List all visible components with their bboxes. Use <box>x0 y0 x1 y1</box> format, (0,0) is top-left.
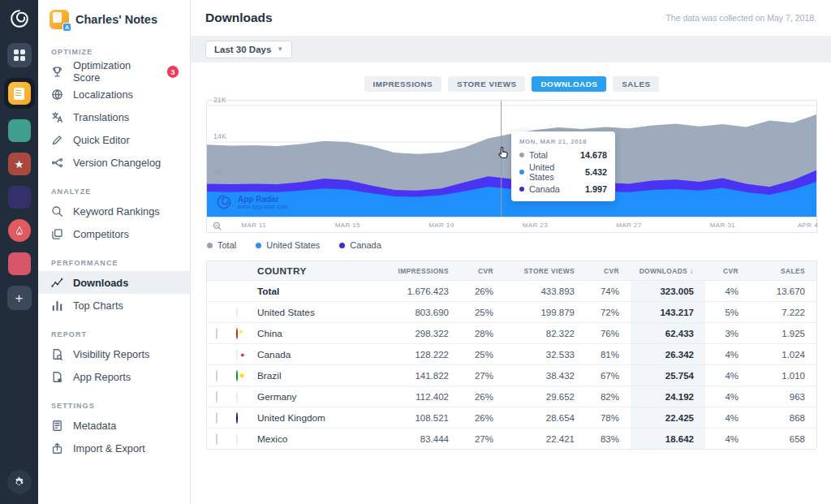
column-header-cvr[interactable]: CVR <box>460 267 505 275</box>
app-icon-notes-active[interactable] <box>4 78 35 109</box>
competitors-icon <box>51 228 63 240</box>
y-axis-label: 7K <box>213 169 222 177</box>
column-header-cvr[interactable]: CVR <box>705 267 750 275</box>
downloads-value: 25.754 <box>631 365 705 386</box>
add-app-button[interactable]: + <box>7 286 32 310</box>
legend-item-canada[interactable]: Canada <box>339 240 381 250</box>
tab-sales[interactable]: SALES <box>613 76 659 92</box>
sidebar-item-competitors[interactable]: Competitors <box>38 222 190 245</box>
sidebar-item-import-export[interactable]: Import & Export <box>38 437 190 459</box>
downloads-value: 18.642 <box>631 429 705 449</box>
flag-icon-us <box>236 307 238 318</box>
app-icon-dark-purple[interactable] <box>8 186 31 209</box>
tooltip-series-name: Canada <box>529 184 560 194</box>
column-header-country[interactable]: COUNTRY <box>257 265 375 277</box>
sidebar-item-translations[interactable]: Translations <box>38 106 190 128</box>
tooltip-series-name: United States <box>529 162 580 182</box>
column-header-sales[interactable]: SALES <box>750 267 816 275</box>
sidebar-item-quick-editor[interactable]: Quick Editor <box>38 128 190 151</box>
country-table: COUNTRYIMPRESSIONSCVRSTORE VIEWSCVRDOWNL… <box>206 261 817 450</box>
area-chart[interactable]: 7K14K21K App Radar www.appradar.com MON,… <box>207 101 816 217</box>
row-checkbox[interactable] <box>216 391 217 403</box>
column-header-cvr[interactable]: CVR <box>586 267 631 275</box>
sidebar-item-visibility-reports[interactable]: Visibility Reports <box>38 342 190 365</box>
chart-x-axis: MAR 11MAR 15MAR 19MAR 23MAR 27MAR 31APR … <box>207 217 816 232</box>
column-header-store-views[interactable]: STORE VIEWS <box>505 267 586 275</box>
nav-section-label: PERFORMANCE <box>38 256 190 271</box>
tooltip-date: MON, MAR 21, 2018 <box>519 138 607 145</box>
tab-impressions[interactable]: IMPRESSIONS <box>364 76 442 92</box>
row-checkbox[interactable] <box>216 412 217 424</box>
gear-icon[interactable] <box>7 470 32 494</box>
metric-tabs: IMPRESSIONSSTORE VIEWSDOWNLOADSSALES <box>206 76 817 92</box>
app-icon-red-star[interactable]: ★ <box>8 153 31 175</box>
country-name: Total <box>257 286 375 297</box>
metric-value: 26% <box>460 286 505 296</box>
country-name: Mexico <box>257 433 375 445</box>
legend-dot <box>207 243 213 248</box>
legend-item-united-states[interactable]: United States <box>256 240 320 250</box>
metric-value: 868 <box>750 413 816 423</box>
tab-store-views[interactable]: STORE VIEWS <box>448 76 525 92</box>
flag-icon-de <box>236 391 238 403</box>
sidebar: A Charles' Notes OPTIMIZEOptimization Sc… <box>38 0 191 504</box>
country-name: United States <box>257 307 375 318</box>
metric-value: 74% <box>586 286 631 296</box>
row-checkbox[interactable] <box>216 328 217 339</box>
metric-value: 199.879 <box>505 308 586 317</box>
watermark-title: App Radar <box>238 195 288 204</box>
metric-value: 1.010 <box>750 371 816 381</box>
data-collected-note: The data was collected on May 7, 2018. <box>665 13 816 23</box>
sidebar-item-localizations[interactable]: Localizations <box>38 83 190 106</box>
table-row-canada: Canada128.22225%32.53381%26.3424%1.024 <box>207 343 816 364</box>
report-icon <box>51 371 63 383</box>
metric-value: 27% <box>460 434 505 444</box>
chevron-down-icon: ▼ <box>277 45 283 53</box>
sidebar-item-optimization-score[interactable]: Optimization Score3 <box>38 60 190 83</box>
metric-value: 7.222 <box>750 308 816 317</box>
row-checkbox[interactable] <box>216 433 217 445</box>
chart-legend: TotalUnited StatesCanada <box>207 240 817 250</box>
sort-desc-icon: ↓ <box>690 267 694 275</box>
row-checkbox[interactable] <box>216 370 217 381</box>
app-icon-rose-square[interactable] <box>8 252 31 275</box>
flag-icon-mx <box>236 433 238 445</box>
apps-grid-button[interactable] <box>7 43 32 67</box>
tab-downloads[interactable]: DOWNLOADS <box>532 76 606 92</box>
column-header-downloads[interactable]: DOWNLOADS↓ <box>631 261 705 280</box>
legend-item-total[interactable]: Total <box>207 240 236 250</box>
sidebar-item-label: Keyword Rankings <box>73 205 160 218</box>
nav-section-label: OPTIMIZE <box>38 45 190 60</box>
app-icon-salmon-circle[interactable] <box>8 219 31 242</box>
main-header: Downloads The data was collected on May … <box>191 0 831 36</box>
tooltip-row: Canada1.997 <box>519 184 607 194</box>
sidebar-item-label: Downloads <box>73 277 128 289</box>
table-row-germany: Germany112.40226%29.65282%24.1924%963 <box>207 386 816 407</box>
report-search-icon <box>51 348 63 360</box>
metric-value: 1.024 <box>750 350 816 360</box>
mouse-cursor <box>496 145 511 161</box>
date-range-dropdown[interactable]: Last 30 Days ▼ <box>205 41 292 58</box>
column-header-impressions[interactable]: IMPRESSIONS <box>375 267 460 275</box>
metric-value: 82.322 <box>505 329 586 338</box>
x-axis-label: MAR 19 <box>428 222 454 229</box>
app-radar-logo-icon[interactable] <box>8 7 31 30</box>
metric-value: 1.925 <box>750 329 816 338</box>
translate-icon <box>51 111 63 123</box>
zoom-out-icon[interactable] <box>213 220 222 230</box>
sidebar-item-version-changelog[interactable]: Version Changelog <box>38 151 190 174</box>
metric-value: 25% <box>460 308 505 317</box>
metric-value: 803.690 <box>375 308 460 317</box>
sidebar-item-app-reports[interactable]: App Reports <box>38 365 190 388</box>
sidebar-item-metadata[interactable]: Metadata <box>38 414 190 437</box>
sidebar-item-top-charts[interactable]: Top Charts <box>38 294 190 317</box>
app-icon-teal[interactable] <box>8 119 31 142</box>
metric-value: 4% <box>705 371 750 381</box>
metadata-icon <box>51 420 63 432</box>
downloads-chart-card: 7K14K21K App Radar www.appradar.com MON,… <box>206 100 817 233</box>
sidebar-item-downloads[interactable]: Downloads <box>38 271 190 294</box>
main-area: Downloads The data was collected on May … <box>191 0 831 504</box>
workspace-header[interactable]: A Charles' Notes <box>38 8 190 34</box>
tooltip-series-name: Total <box>529 150 548 160</box>
sidebar-item-keyword-rankings[interactable]: Keyword Rankings <box>38 200 190 222</box>
